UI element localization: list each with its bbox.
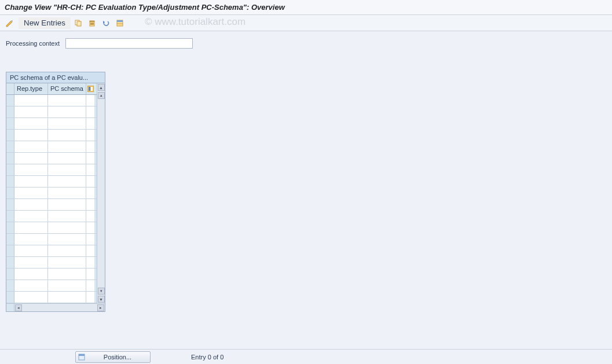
cell-pcschema[interactable] [48, 106, 86, 117]
cell-reptype[interactable] [14, 141, 48, 152]
table-row[interactable] [6, 269, 97, 280]
scroll-up-button[interactable]: ▲ [98, 84, 105, 91]
cell-reptype[interactable] [14, 245, 48, 256]
table-row[interactable] [6, 95, 97, 106]
cell-pad [86, 269, 94, 280]
position-button[interactable]: Position... [75, 351, 151, 363]
table-row[interactable] [6, 199, 97, 211]
cell-reptype[interactable] [14, 292, 48, 303]
row-selector[interactable] [6, 106, 14, 117]
table-row[interactable] [6, 257, 97, 269]
copy-as-button[interactable] [72, 17, 85, 29]
row-selector[interactable] [6, 234, 14, 245]
cell-reptype[interactable] [14, 164, 48, 175]
scroll-left-button[interactable]: ◂ [15, 304, 22, 311]
table-row[interactable] [6, 280, 97, 292]
row-selector[interactable] [6, 292, 14, 303]
row-selector[interactable] [6, 187, 14, 198]
col-header-pcschema[interactable]: PC schema [48, 83, 86, 94]
table-row[interactable] [6, 164, 97, 176]
cell-pcschema[interactable] [48, 130, 86, 141]
cell-pcschema[interactable] [48, 222, 86, 233]
cell-reptype[interactable] [14, 187, 48, 198]
cell-reptype[interactable] [14, 118, 48, 129]
cell-pcschema[interactable] [48, 153, 86, 164]
scroll-up-alt-button[interactable]: ▴ [98, 92, 105, 99]
table-header-row: Rep.type PC schema [6, 83, 97, 95]
cell-reptype[interactable] [14, 106, 48, 117]
table-row[interactable] [6, 292, 97, 303]
cell-pcschema[interactable] [48, 187, 86, 198]
cell-pcschema[interactable] [48, 118, 86, 129]
table-row[interactable] [6, 118, 97, 130]
scroll-right-button[interactable]: ▸ [97, 304, 104, 311]
row-selector[interactable] [6, 280, 14, 291]
row-selector[interactable] [6, 95, 14, 106]
cell-pad [86, 118, 94, 129]
col-header-reptype[interactable]: Rep.type [14, 83, 48, 94]
cell-reptype[interactable] [14, 153, 48, 164]
table-row[interactable] [6, 141, 97, 153]
cell-pad [86, 95, 94, 106]
cell-pcschema[interactable] [48, 245, 86, 256]
horizontal-scrollbar[interactable]: ◂ ▸ [6, 303, 105, 311]
new-entries-button[interactable]: New Entries [19, 17, 71, 29]
row-selector[interactable] [6, 164, 14, 175]
select-all-button[interactable] [113, 17, 126, 29]
row-selector[interactable] [6, 130, 14, 141]
cell-reptype[interactable] [14, 199, 48, 210]
row-selector[interactable] [6, 153, 14, 164]
scroll-down-button[interactable]: ▼ [98, 296, 105, 303]
table-row[interactable] [6, 211, 97, 222]
row-selector[interactable] [6, 211, 14, 222]
cell-pcschema[interactable] [48, 280, 86, 291]
cell-pcschema[interactable] [48, 269, 86, 280]
delete-button[interactable] [86, 17, 98, 29]
row-selector[interactable] [6, 141, 14, 152]
delete-icon [88, 19, 96, 27]
cell-reptype[interactable] [14, 280, 48, 291]
undo-button[interactable] [100, 17, 112, 29]
cell-reptype[interactable] [14, 95, 48, 106]
table-row[interactable] [6, 234, 97, 245]
cell-pcschema[interactable] [48, 141, 86, 152]
table-row[interactable] [6, 222, 97, 234]
row-selector[interactable] [6, 199, 14, 210]
row-selector-header[interactable] [6, 83, 14, 94]
table-row[interactable] [6, 130, 97, 141]
cell-pad [86, 257, 94, 268]
vertical-scrollbar[interactable]: ▲ ▴ ▾ ▼ [97, 83, 105, 303]
table-row[interactable] [6, 106, 97, 118]
cell-reptype[interactable] [14, 257, 48, 268]
cell-reptype[interactable] [14, 234, 48, 245]
row-selector[interactable] [6, 245, 14, 256]
toggle-display-change-button[interactable] [3, 17, 17, 29]
cell-pcschema[interactable] [48, 164, 86, 175]
row-selector[interactable] [6, 269, 14, 280]
cell-reptype[interactable] [14, 176, 48, 187]
cell-pcschema[interactable] [48, 234, 86, 245]
cell-reptype[interactable] [14, 211, 48, 222]
row-selector[interactable] [6, 222, 14, 233]
cell-pcschema[interactable] [48, 211, 86, 222]
table-row[interactable] [6, 176, 97, 187]
cell-reptype[interactable] [14, 269, 48, 280]
cell-pad [86, 234, 94, 245]
row-selector[interactable] [6, 118, 14, 129]
cell-pcschema[interactable] [48, 176, 86, 187]
cell-pcschema[interactable] [48, 292, 86, 303]
table-config-button[interactable] [86, 83, 94, 94]
processing-context-input[interactable] [65, 38, 193, 49]
cell-pcschema[interactable] [48, 199, 86, 210]
cell-pcschema[interactable] [48, 257, 86, 268]
row-selector[interactable] [6, 257, 14, 268]
table-row[interactable] [6, 187, 97, 199]
table-row[interactable] [6, 153, 97, 164]
new-entries-label: New Entries [24, 19, 65, 27]
cell-pcschema[interactable] [48, 95, 86, 106]
row-selector[interactable] [6, 176, 14, 187]
scroll-down-alt-button[interactable]: ▾ [98, 288, 105, 295]
table-row[interactable] [6, 245, 97, 257]
cell-reptype[interactable] [14, 130, 48, 141]
cell-reptype[interactable] [14, 222, 48, 233]
